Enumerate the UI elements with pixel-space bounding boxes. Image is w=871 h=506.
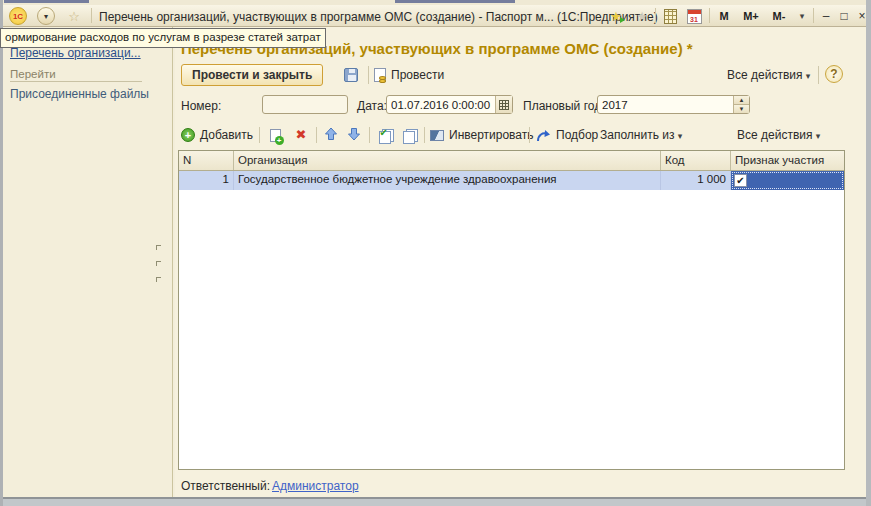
number-label: Номер: [181, 99, 221, 113]
minimize-button[interactable]: – [817, 7, 835, 25]
uncheck-all-button[interactable] [400, 127, 418, 143]
planned-year-field: ▲ ▼ [597, 95, 750, 114]
date-input[interactable] [386, 95, 513, 114]
cell-row-number[interactable]: 1 [179, 171, 234, 190]
background-window-fragment [395, 0, 515, 3]
memory-add-button[interactable]: M+ [739, 7, 763, 25]
window-title: Перечень организаций, участвующих в прог… [99, 10, 658, 24]
calendar-grid-icon [499, 100, 509, 110]
add-to-favorites-icon[interactable]: ★ [607, 7, 625, 25]
toolbar-separator [424, 127, 425, 143]
pick-button[interactable]: Подбор [536, 126, 598, 144]
window-right-border [866, 0, 871, 506]
invert-label: Инвертировать [449, 128, 534, 142]
titlebar-chevron-down-icon[interactable]: ▾ [793, 7, 811, 25]
column-header-n[interactable]: N [179, 151, 234, 170]
sidebar-item-attached-files[interactable]: Присоединенные файлы [10, 87, 149, 101]
organizations-table: N Организация Код Признак участия 1 Госу… [178, 150, 845, 470]
post-and-close-button[interactable]: Провести и закрыть [181, 64, 323, 86]
column-header-organization[interactable]: Организация [234, 151, 661, 170]
add-row-button[interactable]: + Добавить [181, 126, 253, 144]
memory-subtract-button[interactable]: M- [767, 7, 791, 25]
save-icon [344, 68, 358, 82]
table-row[interactable]: 1 Государственное бюджетное учреждение з… [179, 171, 844, 190]
all-actions-menu[interactable]: Все действия ▾ [727, 68, 810, 82]
toolbar-separator [529, 127, 530, 143]
chevron-down-icon: ▾ [678, 131, 683, 141]
uncheck-all-icon [403, 129, 416, 142]
cell-organization[interactable]: Государственное бюджетное учреждение здр… [234, 171, 661, 190]
1c-logo-icon: 1С [9, 7, 27, 25]
table-header-row: N Организация Код Признак участия [179, 151, 844, 171]
cell-code[interactable]: 1 000 [661, 171, 731, 190]
calculator-icon[interactable] [661, 7, 679, 25]
titlebar-separator [813, 8, 814, 23]
date-label: Дата: [357, 99, 387, 113]
planned-year-label: Плановый год: [523, 99, 605, 113]
all-actions-label: Все действия [727, 68, 802, 82]
move-up-button[interactable] [322, 126, 340, 142]
command-separator [818, 66, 819, 84]
post-button-label: Провести [391, 68, 444, 82]
splitter-grip[interactable] [156, 277, 161, 282]
spinner-up-button[interactable]: ▲ [734, 96, 749, 105]
background-window-fragment [4, 0, 89, 3]
save-button[interactable] [340, 65, 362, 85]
sidebar-item-org-list[interactable]: Перечень организаци... [10, 46, 141, 60]
window-titlebar: 1С ▾ ☆ Перечень организаций, участвующих… [3, 5, 866, 27]
toolbar-separator [369, 127, 370, 143]
tooltip: ормирование расходов по услугам в разрез… [0, 28, 326, 48]
fill-from-label: Заполнить из [600, 128, 674, 142]
splitter-grip[interactable] [156, 261, 161, 266]
toolbar-separator [259, 127, 260, 143]
sidebar-main-divider [172, 27, 173, 497]
check-all-button[interactable]: ✔ [376, 127, 394, 143]
screen: 1С ▾ ☆ Перечень организаций, участвующих… [0, 0, 871, 506]
delete-row-button[interactable]: ✖ [292, 126, 310, 142]
cell-participation-active[interactable]: ✔ [731, 171, 844, 190]
check-glyph: ✔ [380, 127, 388, 138]
check-all-icon: ✔ [379, 129, 392, 142]
post-button[interactable]: Провести [374, 65, 444, 85]
column-header-participation[interactable]: Признак участия [731, 151, 844, 170]
titlebar-separator [91, 8, 92, 23]
date-field [386, 95, 513, 114]
favorites-list-icon[interactable]: ★ [633, 7, 651, 25]
responsible-label: Ответственный: [181, 479, 270, 493]
splitter-grip[interactable] [156, 245, 161, 250]
invert-button[interactable]: Инвертировать [430, 126, 534, 144]
table-all-actions-menu[interactable]: Все действия ▾ [737, 128, 820, 142]
memory-recall-button[interactable]: M [715, 7, 733, 25]
fill-from-menu[interactable]: Заполнить из ▾ [600, 128, 682, 142]
number-input[interactable] [262, 95, 348, 114]
arrow-down-icon [347, 127, 361, 141]
toolbar-separator [316, 127, 317, 143]
planned-year-input[interactable] [597, 95, 750, 114]
add-button-label: Добавить [200, 128, 253, 142]
help-button[interactable]: ? [825, 65, 843, 83]
table-all-actions-label: Все действия [737, 128, 812, 142]
column-header-code[interactable]: Код [661, 151, 731, 170]
responsible-link[interactable]: Администратор [272, 479, 359, 493]
window-left-border [0, 0, 3, 506]
green-arrow-icon [620, 17, 625, 23]
close-button[interactable]: × [853, 7, 871, 25]
chevron-down-icon: ▾ [806, 71, 811, 81]
pick-label: Подбор [556, 128, 598, 142]
add-icon: + [181, 128, 195, 142]
sidebar-nav-header: Перейти [10, 68, 56, 80]
window-bottom-border [3, 497, 866, 506]
spinner-down-button[interactable]: ▼ [734, 105, 749, 113]
participation-checkbox[interactable]: ✔ [734, 174, 747, 187]
date-picker-button[interactable] [495, 96, 512, 113]
titlebar-separator [709, 8, 710, 23]
favorites-star-icon[interactable]: ☆ [65, 7, 83, 25]
calendar-icon[interactable]: 31 [685, 7, 703, 25]
copy-row-button[interactable] [266, 127, 284, 143]
move-down-button[interactable] [345, 126, 363, 142]
chevron-down-icon: ▾ [816, 131, 821, 141]
year-spinner: ▲ ▼ [733, 96, 749, 113]
system-menu-button[interactable]: ▾ [37, 7, 55, 25]
maximize-button[interactable]: □ [835, 7, 853, 25]
command-separator [368, 66, 369, 84]
